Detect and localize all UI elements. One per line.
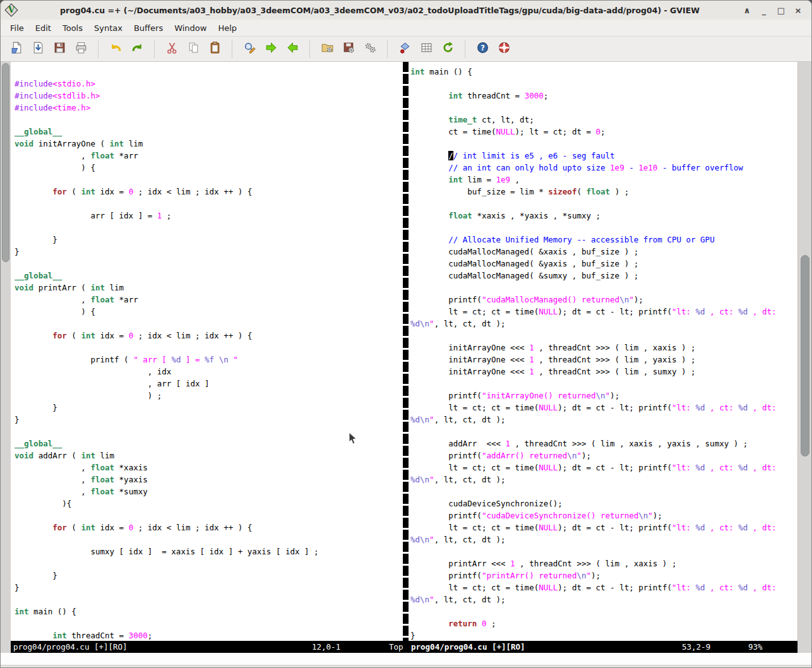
code-segment: ( [67, 523, 81, 532]
left-scrollbar[interactable] [1, 62, 11, 653]
code-segment: cudaMallocManaged( &xaxis , buf_size ) ; [410, 247, 638, 256]
paste-button[interactable] [204, 39, 225, 59]
code-segment [410, 235, 448, 244]
window-bottom-edge [1, 665, 811, 668]
left-scrollbar-thumb[interactable] [2, 63, 9, 262]
find-prev-button[interactable] [282, 39, 303, 59]
code-segment: , ct: [705, 523, 739, 532]
tag-jump-button[interactable] [437, 39, 458, 59]
code-segment: NULL [539, 463, 558, 472]
code-segment: lt = ct; ct = time( [410, 463, 539, 472]
code-segment: , arr [ idx ] [15, 379, 210, 388]
shade-button[interactable]: ∧ [741, 4, 753, 16]
code-segment: #include [15, 103, 52, 112]
menu-tools[interactable]: Tools [57, 21, 88, 35]
load-session-button[interactable] [316, 39, 338, 59]
redo-button[interactable] [126, 39, 148, 59]
code-line [410, 546, 797, 558]
build-tags-button[interactable] [415, 39, 437, 59]
code-segment: , threadCnt >>> ( lim , yaxis ) ; [534, 355, 696, 364]
toolbar-group: ? [472, 39, 515, 59]
code-line: ct = time(NULL); lt = ct; dt = 0; [410, 126, 797, 138]
help-button[interactable]: ? [472, 39, 493, 59]
code-segment: %d [696, 523, 705, 532]
code-pane-left[interactable]: #include<stdio.h>#include<stdlib.h>#incl… [11, 62, 403, 641]
code-segment: idx = [95, 523, 129, 532]
code-segment: ( [67, 187, 81, 196]
statusline-left-scroll: Top [389, 641, 403, 653]
toolbar-separator [465, 40, 465, 58]
code-segment: lt = ct; ct = time( [410, 523, 539, 532]
make-button[interactable] [394, 39, 415, 59]
code-segment: // an int can only hold upto size [448, 163, 610, 172]
code-segment: idx = [95, 331, 129, 340]
code-line: printf ( " arr [ %d ] = %f \n " [15, 354, 403, 366]
menu-file[interactable]: File [4, 21, 30, 35]
code-line: int main () { [15, 605, 403, 617]
menu-window[interactable]: Window [169, 21, 212, 35]
save-file-button[interactable] [27, 39, 49, 59]
menu-buffers[interactable]: Buffers [128, 21, 169, 35]
code-segment: *sumxy [114, 487, 148, 496]
save-all-icon [53, 41, 66, 57]
code-segment: "cudaDeviceSynchronize() returned [482, 511, 638, 520]
code-line: lt = ct; ct = time(NULL); dt = ct - lt; … [410, 522, 797, 534]
open-file-icon [10, 41, 23, 57]
code-segment: "lt: [672, 307, 696, 316]
code-segment: sizeof [548, 187, 576, 196]
find-replace-button[interactable] [239, 39, 260, 59]
statusbar: prog04/prog04.cu [+][RO] 12,0-1 Top prog… [11, 641, 797, 653]
code-line [15, 426, 403, 438]
code-segment: , threadCnt >>> ( lim , xaxis , yaxis , … [510, 439, 748, 448]
menu-edit[interactable]: Edit [30, 21, 57, 35]
code-line: int main () { [410, 66, 797, 78]
code-line: initArrayOne <<< 1 , threadCnt >>> ( lim… [410, 354, 797, 366]
close-button[interactable]: × [792, 4, 804, 16]
save-all-button[interactable] [49, 39, 70, 59]
code-segment: %d\n [410, 475, 429, 484]
command-line[interactable] [1, 653, 811, 665]
code-segment: " [629, 295, 634, 304]
undo-button[interactable] [105, 39, 126, 59]
code-segment: 3000 [129, 631, 148, 640]
code-segment: ); dt = ct - lt; printf( [558, 403, 672, 412]
code-segment: int [110, 139, 124, 148]
paste-icon [208, 41, 222, 57]
code-segment: arr [ idx ] = [15, 211, 157, 220]
right-scrollbar[interactable] [797, 62, 812, 653]
code-line: printf("printArr() returned\n"); [410, 570, 797, 582]
code-line: void printArr ( int lim [15, 282, 403, 294]
titlebar[interactable]: V prog04.cu =+ (~/Documents/a03_hobby/a0… [1, 1, 811, 20]
code-segment: printf( [410, 511, 482, 520]
find-help-button[interactable] [493, 39, 515, 59]
code-segment: "lt: [672, 523, 696, 532]
window-title: prog04.cu =+ (~/Documents/a03_hobby/a03_… [18, 6, 741, 15]
code-segment: ; [544, 91, 549, 100]
maximize-button[interactable]: □ [775, 4, 787, 16]
code-pane-right[interactable]: int main () { int threadCnt = 3000; time… [409, 62, 797, 641]
code-segment: int [448, 175, 463, 184]
print-button[interactable] [70, 39, 92, 59]
code-segment: ] = [181, 355, 205, 364]
vertical-split-separator[interactable] [403, 62, 409, 641]
copy-button[interactable] [182, 39, 204, 59]
right-scrollbar-thumb[interactable] [801, 255, 809, 456]
code-segment: cudaDeviceSynchronize(); [410, 499, 563, 508]
code-segment: , lt, ct, dt ); [434, 319, 506, 328]
find-next-button[interactable] [260, 39, 282, 59]
cut-button[interactable] [161, 39, 182, 59]
save-session-button[interactable] [338, 39, 359, 59]
code-line: } [15, 402, 403, 414]
code-segment: for [52, 187, 67, 196]
code-segment: buf_size = lim * [410, 187, 548, 196]
code-line: arr [ idx ] = 1 ; [15, 210, 403, 222]
code-segment: void [15, 139, 33, 148]
menu-syntax[interactable]: Syntax [88, 21, 128, 35]
find-prev-icon [286, 41, 299, 57]
menu-help[interactable]: Help [212, 21, 242, 35]
run-script-button[interactable] [359, 39, 381, 59]
tag-jump-icon [441, 41, 455, 57]
code-segment: "initArrayOne() returned [482, 391, 596, 400]
open-file-button[interactable] [6, 39, 27, 59]
minimize-button[interactable]: _ [758, 4, 770, 16]
